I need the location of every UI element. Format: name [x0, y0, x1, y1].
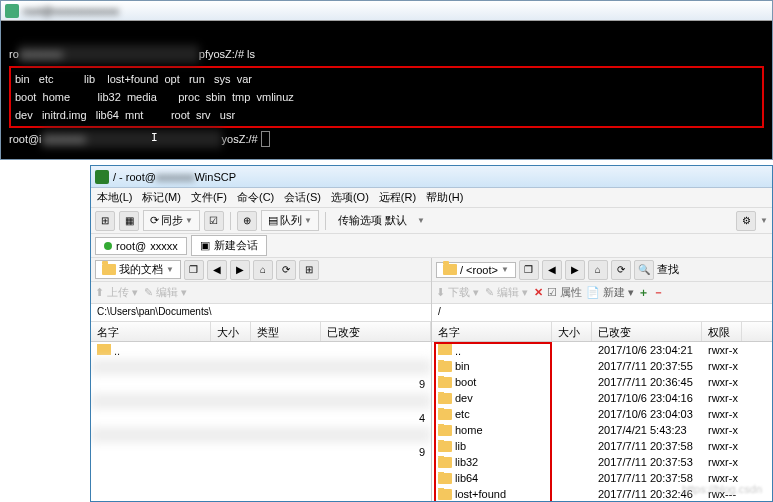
find-btn[interactable]: 🔍: [634, 260, 654, 280]
list-item[interactable]: lib2017/7/11 20:37:58rwxr-x: [432, 438, 772, 454]
list-item-blurred[interactable]: [91, 427, 431, 443]
toolbar-btn-2[interactable]: ▦: [119, 211, 139, 231]
col-date[interactable]: 已改变: [592, 322, 702, 341]
remote-action-bar: ⬇ 下载 ▾ ✎ 编辑 ▾ ✕ ☑ 属性 📄 新建 ▾ ＋ －: [432, 282, 772, 304]
menu-help[interactable]: 帮助(H): [426, 190, 463, 205]
menu-remote[interactable]: 远程(R): [379, 190, 416, 205]
terminal-title: root@xxxxxxxxxxxx: [23, 5, 119, 17]
col-perm[interactable]: 权限: [702, 322, 742, 341]
col-size[interactable]: 大小: [552, 322, 592, 341]
edit-label: 编辑: [156, 286, 178, 298]
folder-icon: [438, 457, 452, 468]
list-item-blurred[interactable]: [91, 393, 431, 409]
prompt2-host-blur: xxxxxxxx: [42, 130, 222, 148]
list-item[interactable]: ..2017/10/6 23:04:21rwxr-x: [432, 342, 772, 358]
remote-folder-selector[interactable]: / <root> ▼: [436, 262, 516, 278]
queue-button[interactable]: ▤队列▼: [261, 210, 319, 231]
chevron-down-icon: ▼: [304, 216, 312, 225]
local-location-bar: 我的文档 ▼ ❐ ◀ ▶ ⌂ ⟳ ⊞: [91, 258, 431, 282]
local-folder-selector[interactable]: 我的文档 ▼: [95, 260, 181, 279]
list-item[interactable]: home2017/4/21 5:43:23rwxr-x: [432, 422, 772, 438]
col-date[interactable]: 已改变: [321, 322, 431, 341]
folder-icon: [438, 425, 452, 436]
remote-pane: / <root> ▼ ❐ ◀ ▶ ⌂ ⟳ 🔍 查找 ⬇ 下载 ▾ ✎ 编辑 ▾ …: [432, 258, 772, 501]
remote-location-bar: / <root> ▼ ❐ ◀ ▶ ⌂ ⟳ 🔍 查找: [432, 258, 772, 282]
folder-icon: [438, 393, 452, 404]
col-type[interactable]: 类型: [251, 322, 321, 341]
title-prefix: / - root@: [113, 171, 156, 183]
nav-btn[interactable]: ❐: [184, 260, 204, 280]
refresh-btn[interactable]: ⟳: [611, 260, 631, 280]
sync-label: 同步: [161, 213, 183, 228]
nav-btn[interactable]: ◀: [542, 260, 562, 280]
nav-btn[interactable]: ❐: [519, 260, 539, 280]
list-item[interactable]: boot2017/7/11 20:36:45rwxr-x: [432, 374, 772, 390]
winscp-icon: [95, 170, 109, 184]
prompt2-path: yosZ:/#: [222, 133, 261, 145]
list-item[interactable]: bin2017/7/11 20:37:55rwxr-x: [432, 358, 772, 374]
sync-button[interactable]: ⟳同步▼: [143, 210, 200, 231]
nav-btn[interactable]: ⊞: [299, 260, 319, 280]
menu-option[interactable]: 选项(O): [331, 190, 369, 205]
local-path[interactable]: C:\Users\pan\Documents\: [91, 304, 431, 322]
list-item-blurred[interactable]: [91, 359, 431, 375]
new-session-tab[interactable]: ▣ 新建会话: [191, 235, 267, 256]
menu-file[interactable]: 文件(F): [191, 190, 227, 205]
minus-icon[interactable]: －: [653, 285, 664, 300]
menu-local[interactable]: 本地(L): [97, 190, 132, 205]
nav-btn[interactable]: ◀: [207, 260, 227, 280]
chevron-down-icon[interactable]: ▼: [417, 216, 425, 225]
toolbar-btn-3[interactable]: ☑: [204, 211, 224, 231]
tab-label-prefix: root@: [116, 240, 146, 252]
plus-icon[interactable]: ＋: [638, 285, 649, 300]
terminal-body[interactable]: roxxxxxxxxpfyosZ:/# ls bin etc lib lost+…: [1, 21, 772, 173]
edit-btn[interactable]: ✎ 编辑 ▾: [144, 285, 187, 300]
list-item[interactable]: 9: [91, 444, 431, 460]
find-label[interactable]: 查找: [657, 262, 679, 277]
remote-path[interactable]: /: [432, 304, 772, 322]
nav-btn[interactable]: ▶: [565, 260, 585, 280]
toolbar-btn-4[interactable]: ⊕: [237, 211, 257, 231]
upload-label: 上传: [107, 286, 129, 298]
menu-session[interactable]: 会话(S): [284, 190, 321, 205]
delete-icon[interactable]: ✕: [534, 286, 543, 299]
separator: [325, 212, 326, 230]
refresh-btn[interactable]: ⟳: [276, 260, 296, 280]
toolbar-btn-1[interactable]: ⊞: [95, 211, 115, 231]
col-size[interactable]: 大小: [211, 322, 251, 341]
list-item[interactable]: lib322017/7/11 20:37:53rwxr-x: [432, 454, 772, 470]
list-item[interactable]: 4: [91, 410, 431, 426]
cursor: [261, 131, 270, 147]
list-item[interactable]: 9: [91, 376, 431, 392]
prompt-user: ro: [9, 48, 19, 60]
ls-row-2: dev initrd.img lib64 mnt root srv usr: [15, 109, 235, 121]
upload-btn[interactable]: ⬆ 上传 ▾: [95, 285, 138, 300]
winscp-titlebar[interactable]: / - root@ xxxxxxx WinSCP: [91, 166, 772, 188]
terminal-titlebar[interactable]: root@xxxxxxxxxxxx: [1, 1, 772, 21]
home-btn[interactable]: ⌂: [588, 260, 608, 280]
transfer-options-label[interactable]: 传输选项 默认: [332, 213, 413, 228]
menu-command[interactable]: 命令(C): [237, 190, 274, 205]
new-tab-icon: ▣: [200, 239, 210, 252]
edit-btn[interactable]: ✎ 编辑 ▾: [485, 285, 528, 300]
toolbar-btn-settings[interactable]: ⚙: [736, 211, 756, 231]
list-item[interactable]: etc2017/10/6 23:04:03rwxr-x: [432, 406, 772, 422]
session-tab-active[interactable]: root@ xxxxx: [95, 237, 187, 255]
properties-btn[interactable]: ☑ 属性: [547, 285, 582, 300]
local-list-header: 名字 大小 类型 已改变: [91, 322, 431, 342]
col-name[interactable]: 名字: [91, 322, 211, 341]
putty-icon: [5, 4, 19, 18]
list-item[interactable]: ..: [91, 342, 431, 358]
local-list-body[interactable]: .. 9 4 9: [91, 342, 431, 501]
new-btn[interactable]: 📄 新建 ▾: [586, 285, 634, 300]
menu-mark[interactable]: 标记(M): [142, 190, 181, 205]
remote-list-body[interactable]: ..2017/10/6 23:04:21rwxr-xbin2017/7/11 2…: [432, 342, 772, 501]
col-name[interactable]: 名字: [432, 322, 552, 341]
nav-btn[interactable]: ▶: [230, 260, 250, 280]
local-action-bar: ⬆ 上传 ▾ ✎ 编辑 ▾: [91, 282, 431, 304]
chevron-down-icon[interactable]: ▼: [760, 216, 768, 225]
home-btn[interactable]: ⌂: [253, 260, 273, 280]
download-btn[interactable]: ⬇ 下载 ▾: [436, 285, 479, 300]
text-caret-icon: I: [151, 131, 158, 144]
list-item[interactable]: dev2017/10/6 23:04:16rwxr-x: [432, 390, 772, 406]
